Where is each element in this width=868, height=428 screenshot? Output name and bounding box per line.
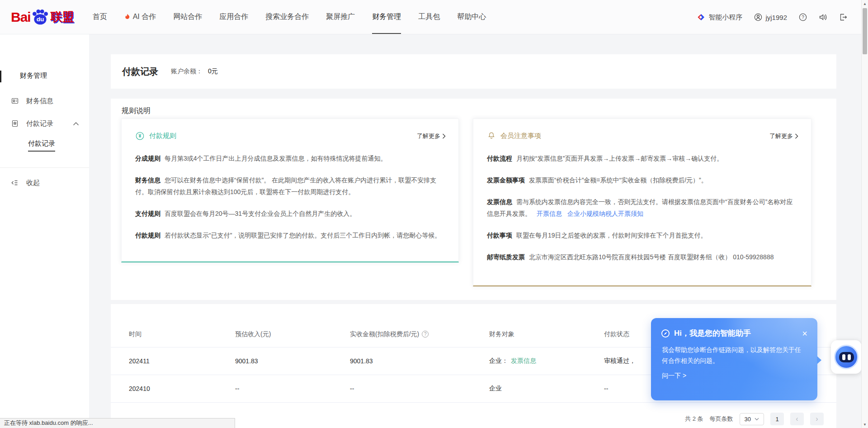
top-navbar: Bai du 联盟 首页 AI 合作 网站合作 应用合作 搜索业务合作 聚屏推广… <box>0 0 868 34</box>
sidebar-divider <box>0 167 89 168</box>
card-header: ¥ 付款规则 了解更多 <box>122 119 458 143</box>
cell-time: 202411 <box>129 357 235 365</box>
nav-item-help-center[interactable]: 帮助中心 <box>448 0 495 34</box>
column-header-time: 时间 <box>129 330 235 338</box>
cell-target: 企业 <box>489 385 604 393</box>
cell-estimated: -- <box>235 385 350 392</box>
column-header-estimated: 预估收入(元) <box>235 330 350 338</box>
invoice-info-link[interactable]: 开票信息 <box>537 210 562 217</box>
nav-item-home[interactable]: 首页 <box>84 0 116 34</box>
sidebar: 财务管理 财务信息 付款记录 付款记录 收起 <box>0 34 89 428</box>
flame-icon <box>124 13 131 21</box>
cell-time: 202410 <box>129 385 235 392</box>
paw-icon: du <box>31 9 50 25</box>
logo-text-bai: Bai <box>11 10 31 25</box>
mini-program-icon <box>697 13 705 21</box>
rule-paragraph: 分成规则每月第3或4个工作日产出上月分成信息及发票信息，如有特殊情况将提前通知。 <box>135 152 445 164</box>
sidebar-item-label: 财务信息 <box>26 97 53 105</box>
username: jyj1992 <box>765 14 787 21</box>
member-notices-card: 会员注意事项 了解更多 付款流程月初按“发票信息”页面开具发票→上传发票→邮寄发… <box>473 119 811 286</box>
sidebar-subitem-payment-records[interactable]: 付款记录 <box>28 139 55 152</box>
logout-button[interactable] <box>839 13 847 21</box>
chevron-up-icon[interactable] <box>73 122 79 126</box>
per-page-label: 每页条数 <box>710 415 733 423</box>
rules-panel: 规则说明 ¥ 付款规则 了解更多 分成规则每月第3或4个工作日产出上月分成信息及… <box>111 99 836 300</box>
nav-item-ai[interactable]: AI 合作 <box>116 0 165 34</box>
rules-heading: 规则说明 <box>122 106 151 116</box>
chevron-down-icon <box>755 418 759 421</box>
pagination: 共 2 条 每页条数 30 1 ‹ › <box>685 413 824 425</box>
nav-item-finance[interactable]: 财务管理 <box>363 0 410 34</box>
learn-more-link[interactable]: 了解更多 <box>417 132 446 140</box>
close-icon[interactable]: × <box>802 329 807 338</box>
column-header-target: 财务对象 <box>489 330 604 338</box>
rule-paragraph: 支付规则百度联盟会在每月20号—31号支付企业会员上个自然月产生的收入。 <box>135 208 445 219</box>
per-page-select[interactable]: 30 <box>740 413 764 425</box>
invoice-info-cell-link[interactable]: 发票信息 <box>511 357 536 364</box>
rule-paragraph: 财务信息您可以在财务信息中选择“保留付款”。 在此期间您产生的收入将在账户内进行… <box>135 174 445 198</box>
mini-program-link[interactable]: 智能小程序 <box>697 13 742 22</box>
sidebar-item-payment-records[interactable]: 付款记录 <box>0 117 89 130</box>
sound-button[interactable] <box>819 13 827 21</box>
learn-more-link[interactable]: 了解更多 <box>769 132 798 140</box>
column-help-icon[interactable]: ? <box>422 331 429 338</box>
id-card-icon <box>11 97 19 105</box>
cell-target: 企业：发票信息 <box>489 357 604 365</box>
small-taxpayer-guide-link[interactable]: 企业小规模纳税人开票须知 <box>567 210 643 217</box>
main-nav: 首页 AI 合作 网站合作 应用合作 搜索业务合作 聚屏推广 财务管理 工具包 … <box>84 0 495 34</box>
help-button[interactable]: ? <box>799 13 807 21</box>
page-title: 付款记录 <box>122 66 158 78</box>
nav-item-app[interactable]: 应用合作 <box>211 0 257 34</box>
assistant-popup: Hi，我是您的智能助手 × 我会帮助您诊断合作链路问题，以及解答您关于任何合作相… <box>651 318 817 400</box>
logout-icon <box>839 13 847 21</box>
total-count: 共 2 条 <box>685 415 703 423</box>
compass-icon <box>661 329 670 338</box>
collapse-icon <box>10 179 19 187</box>
account-balance-value: 0元 <box>208 67 218 76</box>
nav-item-screen-promo[interactable]: 聚屏推广 <box>317 0 363 34</box>
card-header: 会员注意事项 了解更多 <box>473 119 811 143</box>
rule-paragraph: 付款规则若付款状态显示“已支付”，说明联盟已安排了您的付款。支付后三个工作日内到… <box>135 229 445 241</box>
nav-item-toolkit[interactable]: 工具包 <box>410 0 448 34</box>
next-page-button[interactable]: › <box>810 413 824 425</box>
account-balance-label: 账户余额： <box>171 67 203 76</box>
svg-text:du: du <box>36 16 44 23</box>
sidebar-item-finance-info[interactable]: 财务信息 <box>0 94 89 108</box>
collapse-label: 收起 <box>26 179 40 187</box>
card-body: 分成规则每月第3或4个工作日产出上月分成信息及发票信息，如有特殊情况将提前通知。… <box>122 152 458 241</box>
card-title: 付款规则 <box>149 132 176 140</box>
sidebar-collapse-button[interactable]: 收起 <box>0 176 89 190</box>
card-body: 付款流程月初按“发票信息”页面开具发票→上传发票→邮寄发票→审核→确认支付。 发… <box>473 152 811 263</box>
user-account[interactable]: jyj1992 <box>754 13 787 21</box>
assistant-robot-button[interactable] <box>831 340 862 374</box>
ask-link[interactable]: 问一下 > <box>651 366 817 380</box>
rule-paragraph: 付款事项联盟在每月19日之后签收的发票，付款时间安排在下个月首批支付。 <box>487 229 797 241</box>
baidu-union-logo[interactable]: Bai du 联盟 <box>11 0 74 34</box>
cell-actual: 9001.83 <box>350 357 489 365</box>
page-button-1[interactable]: 1 <box>770 413 784 425</box>
user-icon <box>754 13 762 21</box>
logo-text-suffix: 联盟 <box>51 9 74 25</box>
scrollbar-thumb[interactable] <box>863 8 867 54</box>
nav-item-website[interactable]: 网站合作 <box>165 0 211 34</box>
badge-star-icon <box>11 119 19 128</box>
assistant-popup-header: Hi，我是您的智能助手 × <box>651 318 817 338</box>
svg-text:?: ? <box>802 15 804 20</box>
sidebar-item-label: 付款记录 <box>26 119 53 128</box>
nav-item-search-business[interactable]: 搜索业务合作 <box>257 0 317 34</box>
rule-paragraph: 发票信息需与系统内发票信息内容完全一致，否则无法支付。请根据发票信息页面中“百度… <box>487 196 797 219</box>
scroll-down-arrow[interactable]: ▼ <box>862 421 868 428</box>
page-header-panel: 付款记录 账户余额： 0元 <box>111 54 836 89</box>
vertical-scrollbar[interactable]: ▲ ▼ <box>861 0 868 428</box>
bell-icon <box>487 131 496 141</box>
help-icon: ? <box>799 13 807 21</box>
column-header-actual: 实收金额(扣除税费后/元) ? <box>350 330 489 338</box>
prev-page-button[interactable]: ‹ <box>790 413 804 425</box>
assistant-message: 我会帮助您诊断合作链路问题，以及解答您关于任何合作相关的问题。 <box>651 338 817 366</box>
assistant-title: Hi，我是您的智能助手 <box>674 328 798 338</box>
chevron-right-icon <box>795 133 798 139</box>
rule-paragraph: 付款流程月初按“发票信息”页面开具发票→上传发票→邮寄发票→审核→确认支付。 <box>487 152 797 164</box>
cell-actual: -- <box>350 385 489 392</box>
scroll-up-arrow[interactable]: ▲ <box>862 0 868 7</box>
cell-estimated: 9001.83 <box>235 357 350 365</box>
